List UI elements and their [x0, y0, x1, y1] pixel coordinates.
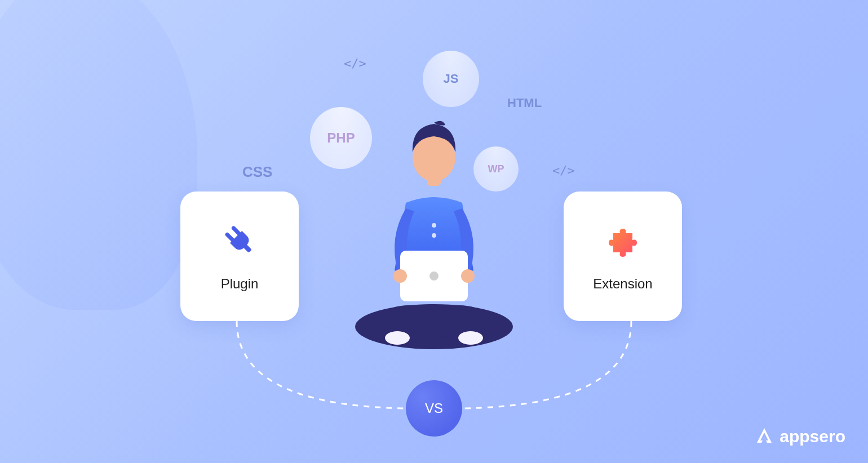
svg-point-9 [393, 269, 407, 283]
code-tag-icon: </> [552, 163, 575, 177]
label-css: CSS [242, 163, 272, 181]
code-tag-icon: </> [344, 56, 366, 70]
extension-label: Extension [593, 276, 652, 292]
label-html: HTML [507, 96, 542, 110]
person-illustration [344, 113, 524, 349]
extension-icon [603, 221, 643, 262]
plugin-label: Plugin [221, 276, 259, 292]
plugin-icon [220, 221, 259, 262]
background-wave-left [0, 0, 197, 310]
brand-logo: appsero [755, 427, 845, 446]
svg-point-4 [432, 233, 436, 238]
card-extension: Extension [564, 192, 682, 321]
appsero-icon [755, 427, 774, 446]
card-plugin: Plugin [180, 192, 299, 321]
svg-point-3 [432, 223, 436, 228]
brand-name: appsero [780, 427, 845, 446]
svg-point-8 [429, 271, 439, 281]
svg-point-10 [461, 269, 475, 283]
svg-point-2 [458, 331, 483, 345]
vs-badge: VS [406, 380, 462, 437]
svg-point-1 [385, 331, 410, 345]
bubble-js: JS [423, 51, 479, 107]
